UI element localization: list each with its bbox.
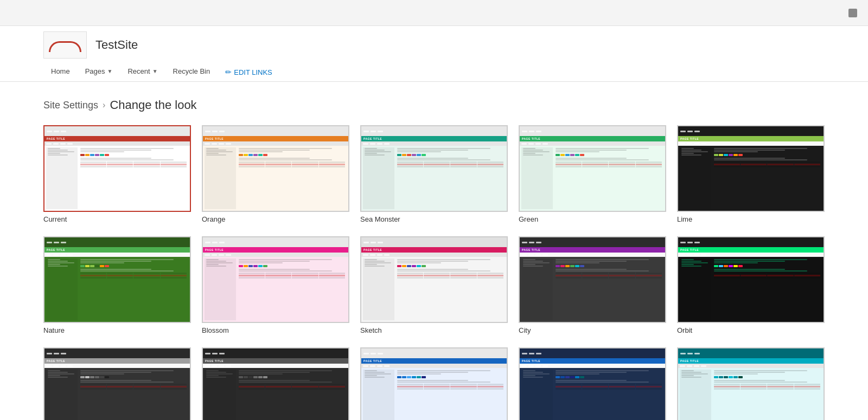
- breadcrumb-separator: ›: [103, 100, 105, 110]
- mini-site-dark2: PAGE TITLE: [203, 348, 348, 420]
- nav-recent[interactable]: Recent ▼: [120, 63, 165, 81]
- theme-item-teal[interactable]: PAGE TITLE: [677, 347, 825, 420]
- theme-preview-dark2: PAGE TITLE: [202, 347, 349, 420]
- theme-item-blossom[interactable]: PAGE TITLEBlossom: [202, 236, 349, 334]
- site-branding: TestSite: [43, 31, 825, 63]
- pages-dropdown-arrow: ▼: [107, 68, 113, 74]
- mini-site-navy: PAGE TITLE: [520, 348, 665, 420]
- theme-preview-orange: PAGE TITLE: [202, 125, 349, 212]
- nav-recycle-bin[interactable]: Recycle Bin: [165, 63, 218, 81]
- theme-preview-city: PAGE TITLE: [519, 236, 666, 323]
- nav-home[interactable]: Home: [43, 63, 78, 81]
- mini-site-dark1: PAGE TITLE: [44, 348, 190, 420]
- theme-item-seamonster[interactable]: PAGE TITLESea Monster: [360, 125, 508, 223]
- mini-site-city: PAGE TITLE: [520, 237, 665, 322]
- site-header: TestSite Home Pages ▼ Recent ▼ Recycle B…: [0, 26, 868, 82]
- theme-name-orange: Orange: [202, 215, 349, 223]
- theme-preview-sketch: PAGE TITLE: [360, 236, 508, 323]
- theme-item-blue[interactable]: PAGE TITLE: [360, 347, 508, 420]
- theme-item-nature[interactable]: PAGE TITLENature: [43, 236, 191, 334]
- theme-name-blossom: Blossom: [202, 326, 349, 334]
- site-logo: [43, 31, 87, 59]
- mini-site-green: PAGE TITLE: [520, 126, 665, 211]
- theme-name-city: City: [519, 326, 666, 334]
- theme-name-current: Current: [43, 215, 191, 223]
- theme-name-orbit: Orbit: [677, 326, 825, 334]
- theme-preview-blossom: PAGE TITLE: [202, 236, 349, 323]
- mini-site-nature: PAGE TITLE: [44, 237, 190, 322]
- theme-preview-green: PAGE TITLE: [519, 125, 666, 212]
- theme-item-green[interactable]: PAGE TITLEGreen: [519, 125, 666, 223]
- mini-site-blue: PAGE TITLE: [361, 348, 507, 420]
- mini-site-orbit: PAGE TITLE: [678, 237, 824, 322]
- mini-site-blossom: PAGE TITLE: [203, 237, 348, 322]
- theme-preview-nature: PAGE TITLE: [43, 236, 191, 323]
- theme-name-lime: Lime: [677, 215, 825, 223]
- pencil-icon: ✏: [225, 68, 232, 76]
- theme-name-sketch: Sketch: [360, 326, 508, 334]
- theme-preview-seamonster: PAGE TITLE: [360, 125, 508, 212]
- mini-site-current: PAGE TITLE: [44, 126, 190, 211]
- theme-name-seamonster: Sea Monster: [360, 215, 508, 223]
- theme-preview-orbit: PAGE TITLE: [677, 236, 825, 323]
- breadcrumb-current: Change the look: [110, 98, 196, 112]
- nav-pages[interactable]: Pages ▼: [78, 63, 120, 81]
- mini-site-sketch: PAGE TITLE: [361, 237, 507, 322]
- site-nav: Home Pages ▼ Recent ▼ Recycle Bin ✏ EDIT…: [43, 63, 825, 81]
- theme-item-lime[interactable]: PAGE TITLELime: [677, 125, 825, 223]
- theme-item-city[interactable]: PAGE TITLECity: [519, 236, 666, 334]
- mini-site-lime: PAGE TITLE: [678, 126, 824, 211]
- theme-grid: PAGE TITLECurrentPAGE TITLEOrangePAGE TI…: [43, 125, 825, 420]
- mini-site-orange: PAGE TITLE: [203, 126, 348, 211]
- breadcrumb: Site Settings › Change the look: [43, 98, 825, 112]
- theme-item-orbit[interactable]: PAGE TITLEOrbit: [677, 236, 825, 334]
- theme-preview-teal: PAGE TITLE: [677, 347, 825, 420]
- mini-site-seamonster: PAGE TITLE: [361, 126, 507, 211]
- breadcrumb-parent[interactable]: Site Settings: [43, 100, 98, 111]
- theme-preview-blue: PAGE TITLE: [360, 347, 508, 420]
- theme-item-dark1[interactable]: PAGE TITLE: [43, 347, 191, 420]
- recent-dropdown-arrow: ▼: [152, 68, 158, 74]
- theme-item-current[interactable]: PAGE TITLECurrent: [43, 125, 191, 223]
- logo-arch: [49, 41, 81, 52]
- theme-name-nature: Nature: [43, 326, 191, 334]
- theme-preview-current: PAGE TITLE: [43, 125, 191, 212]
- theme-preview-lime: PAGE TITLE: [677, 125, 825, 212]
- site-title: TestSite: [95, 38, 138, 52]
- mini-site-teal: PAGE TITLE: [678, 348, 824, 420]
- logo-image: [46, 36, 84, 55]
- theme-item-sketch[interactable]: PAGE TITLESketch: [360, 236, 508, 334]
- theme-item-dark2[interactable]: PAGE TITLE: [202, 347, 349, 420]
- theme-item-navy[interactable]: PAGE TITLE: [519, 347, 666, 420]
- top-bar: [0, 0, 868, 26]
- theme-name-green: Green: [519, 215, 666, 223]
- nav-edit-links[interactable]: ✏ EDIT LINKS: [218, 63, 280, 81]
- theme-preview-dark1: PAGE TITLE: [43, 347, 191, 420]
- close-icon[interactable]: [848, 9, 857, 17]
- page-content: Site Settings › Change the look PAGE TIT…: [0, 82, 868, 420]
- theme-preview-navy: PAGE TITLE: [519, 347, 666, 420]
- theme-item-orange[interactable]: PAGE TITLEOrange: [202, 125, 349, 223]
